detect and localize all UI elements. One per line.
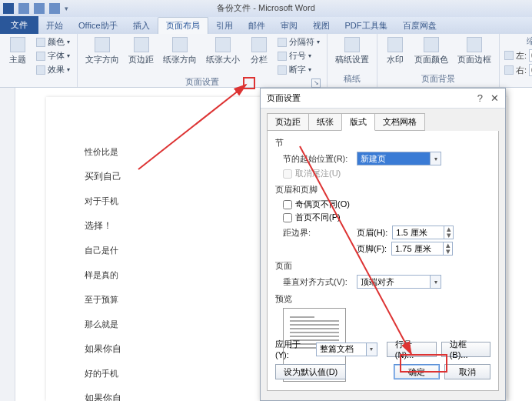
tab-references[interactable]: 引用 — [208, 18, 241, 34]
tab-baidu[interactable]: 百度网盘 — [395, 18, 444, 34]
margins-button[interactable]: 页边距 — [125, 35, 157, 67]
page-title: 页面 — [275, 260, 490, 272]
tab-pdf[interactable]: PDF工具集 — [337, 18, 395, 34]
dialog-close-button[interactable]: ✕ — [490, 92, 499, 104]
colors-button[interactable]: 颜色▾ — [34, 35, 72, 48]
ribbon: 主题 颜色▾ 字体▾ 效果▾ 文字方向 页边距 纸张方向 纸张大小 分栏 分隔符… — [0, 34, 532, 88]
dialog-tab-paper[interactable]: 纸张 — [308, 113, 342, 131]
indent-left-icon — [504, 51, 514, 60]
borders-dialog-button[interactable]: 边框(B)... — [441, 342, 490, 357]
dialog-tab-margins[interactable]: 页边距 — [267, 113, 309, 131]
tab-file[interactable]: 文件 — [0, 16, 38, 34]
group-label-themes — [5, 85, 72, 85]
valign-label: 垂直对齐方式(V): — [283, 276, 352, 288]
cancel-button[interactable]: 取消 — [444, 364, 490, 379]
group-paragraph: 缩进 左:0 字符▴▾ 右:0 字符▴▾ 间距 段前:0 行▴▾ 段后:0 行▴… — [500, 34, 532, 87]
apply-to-select[interactable]: 整篇文档▾ — [316, 343, 377, 356]
ok-button[interactable]: 确定 — [394, 364, 440, 379]
tab-office[interactable]: Office助手 — [71, 18, 125, 34]
suppress-endnotes-label: 取消尾注(U) — [295, 168, 341, 179]
preview-title: 预览 — [275, 293, 490, 305]
dialog-tab-grid[interactable]: 文档网格 — [374, 113, 425, 131]
group-paper: 稿纸设置 稿纸 — [328, 34, 377, 87]
indent-left-row: 左:0 字符▴▾ — [504, 49, 532, 62]
footer-dist-label: 页脚(F): — [357, 243, 387, 255]
breaks-button[interactable]: 分隔符▾ — [275, 35, 322, 48]
page-fieldset: 页面 垂直对齐方式(V): 顶端对齐▾ — [275, 260, 490, 289]
first-page-label: 首页不同(P) — [295, 212, 341, 223]
dialog-body: 节 节的起始位置(R): 新建页▾ 取消尾注(U) 页眉和页脚 奇偶页不同(O)… — [267, 131, 499, 391]
section-start-select[interactable]: 新建页▾ — [357, 152, 441, 165]
manuscript-button[interactable]: 稿纸设置 — [332, 35, 372, 67]
page-setup-launcher[interactable]: ↘ — [311, 79, 321, 88]
footer-distance-input[interactable]: 1.75 厘米▴▾ — [391, 242, 453, 256]
orientation-button[interactable]: 纸张方向 — [160, 35, 200, 67]
dialog-footer: 应用于(Y): 整篇文档▾ 行号(N)... 边框(B)... 设为默认值(D)… — [275, 339, 490, 384]
suppress-endnotes-checkbox — [283, 169, 292, 179]
tab-page-layout[interactable]: 页面布局 — [158, 17, 208, 34]
header-footer-fieldset: 页眉和页脚 奇偶页不同(O) 首页不同(P) 距边界: 页眉(H): 1.5 厘… — [275, 184, 490, 256]
tab-mailings[interactable]: 邮件 — [241, 18, 273, 34]
indent-header: 缩进 — [504, 35, 532, 47]
indent-right-row: 右:0 字符▴▾ — [504, 64, 532, 76]
group-background: 水印 页面颜色 页面边框 页面背景 — [377, 34, 500, 87]
themes-button[interactable]: 主题 — [5, 35, 31, 67]
watermark-button[interactable]: 水印 — [382, 35, 408, 67]
group-label-page-setup: 页面设置↘ — [82, 76, 322, 89]
qat-customize-icon[interactable]: ▾ — [65, 5, 68, 12]
dialog-tab-layout[interactable]: 版式 — [341, 113, 375, 131]
redo-icon[interactable] — [49, 3, 60, 14]
text-direction-button[interactable]: 文字方向 — [82, 35, 122, 67]
section-fieldset: 节 节的起始位置(R): 新建页▾ 取消尾注(U) — [275, 137, 490, 179]
word-icon — [3, 3, 14, 14]
indent-right-input[interactable]: 0 字符▴▾ — [529, 64, 532, 76]
apply-to-label: 应用于(Y): — [275, 339, 311, 359]
hf-title: 页眉和页脚 — [275, 184, 490, 195]
columns-button[interactable]: 分栏 — [246, 35, 272, 67]
section-start-label: 节的起始位置(R): — [283, 153, 352, 165]
ribbon-tabs: 文件 开始 Office助手 插入 页面布局 引用 邮件 审阅 视图 PDF工具… — [0, 17, 532, 34]
header-distance-input[interactable]: 1.5 厘米▴▾ — [392, 226, 454, 239]
indent-right-icon — [504, 65, 514, 75]
dialog-tabs: 页边距 纸张 版式 文档网格 — [261, 109, 505, 131]
section-title: 节 — [275, 137, 490, 149]
group-label-background: 页面背景 — [382, 73, 494, 85]
page-color-button[interactable]: 页面颜色 — [411, 35, 451, 67]
undo-icon[interactable] — [34, 3, 45, 14]
distance-label: 距边界: — [283, 227, 352, 239]
line-numbers-button[interactable]: 行号▾ — [275, 49, 322, 62]
dialog-title: 页面设置 — [267, 92, 301, 104]
indent-left-input[interactable]: 0 字符▴▾ — [529, 49, 532, 62]
dialog-titlebar: 页面设置 ? ✕ — [261, 89, 505, 109]
chevron-down-icon: ▾ — [430, 152, 441, 165]
app-title: 备份文件 - Microsoft Word — [217, 2, 315, 14]
group-themes: 主题 颜色▾ 字体▾ 效果▾ — [0, 34, 78, 87]
chevron-down-icon: ▾ — [366, 343, 377, 356]
valign-select[interactable]: 顶端对齐▾ — [357, 275, 441, 289]
effects-button[interactable]: 效果▾ — [34, 63, 72, 76]
hyphenation-button[interactable]: 断字▾ — [275, 63, 322, 76]
odd-even-label: 奇偶页不同(O) — [295, 199, 350, 210]
quick-access-toolbar: ▾ 备份文件 - Microsoft Word — [0, 0, 532, 17]
first-page-checkbox[interactable] — [283, 213, 292, 222]
group-page-setup: 文字方向 页边距 纸张方向 纸张大小 分栏 分隔符▾ 行号▾ 断字▾ 页面设置↘ — [78, 34, 328, 87]
page-border-button[interactable]: 页面边框 — [454, 35, 494, 67]
odd-even-checkbox[interactable] — [283, 200, 292, 209]
page-setup-dialog: 页面设置 ? ✕ 页边距 纸张 版式 文档网格 节 节的起始位置(R): 新建页… — [260, 88, 506, 401]
tab-insert[interactable]: 插入 — [125, 18, 158, 34]
save-icon[interactable] — [18, 3, 29, 14]
set-default-button[interactable]: 设为默认值(D) — [275, 364, 346, 379]
tab-view[interactable]: 视图 — [305, 18, 337, 34]
dialog-help-button[interactable]: ? — [477, 92, 483, 104]
tab-home[interactable]: 开始 — [38, 18, 71, 34]
group-label-paper: 稿纸 — [332, 73, 372, 85]
tab-review[interactable]: 审阅 — [273, 18, 305, 34]
line-numbers-dialog-button[interactable]: 行号(N)... — [387, 342, 437, 357]
header-dist-label: 页眉(H): — [357, 227, 387, 239]
vertical-ruler — [0, 88, 15, 401]
fonts-button[interactable]: 字体▾ — [34, 49, 72, 62]
size-button[interactable]: 纸张大小 — [203, 35, 243, 67]
chevron-down-icon: ▾ — [430, 276, 441, 288]
